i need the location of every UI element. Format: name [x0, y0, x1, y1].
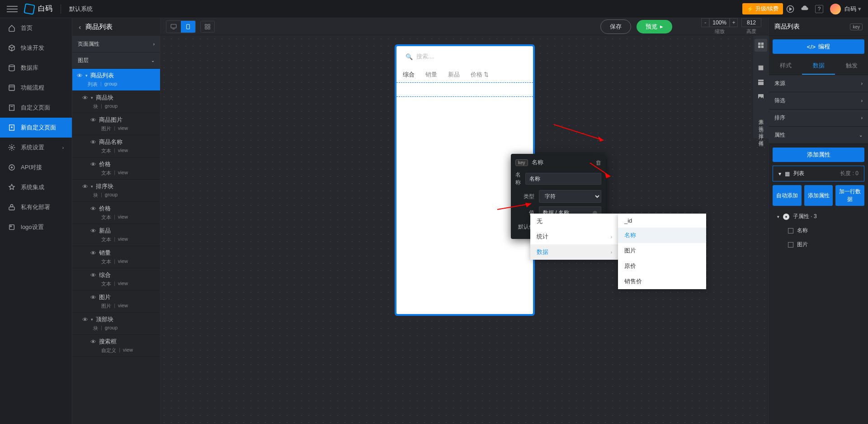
play-icon[interactable]	[783, 2, 797, 16]
name-input[interactable]	[525, 173, 601, 185]
height-value[interactable]: 812	[741, 18, 761, 27]
nav-item[interactable]: 功能流程	[0, 78, 72, 98]
sort-tab[interactable]: 综合	[403, 71, 415, 79]
help-icon[interactable]: ?	[812, 2, 826, 16]
add-attr-button[interactable]: 添加属性	[773, 148, 864, 162]
menu-item[interactable]: 数据›	[530, 244, 618, 260]
code-button[interactable]: </> 编程	[773, 39, 864, 54]
type-select[interactable]: 字符	[539, 190, 601, 203]
layer-item[interactable]: 👁图片图片|view	[72, 291, 160, 313]
upgrade-button[interactable]: ⚡ 升级/续费	[742, 3, 783, 14]
avatar[interactable]	[830, 4, 841, 14]
nav-item[interactable]: 系统集成	[0, 177, 72, 197]
layer-item[interactable]: 👁▾顶部块块|group	[72, 313, 160, 335]
delete-icon[interactable]: 🗑	[595, 159, 601, 166]
back-button[interactable]: ‹‹	[79, 24, 79, 31]
eye-icon[interactable]: 👁	[82, 316, 88, 323]
system-name[interactable]: 默认系统	[69, 5, 93, 13]
nav-item[interactable]: API对接	[0, 157, 72, 177]
layer-item[interactable]: 👁综合文本|view	[72, 268, 160, 291]
nav-item[interactable]: 系统设置›	[0, 138, 72, 157]
strip-label-sort[interactable]: 排序	[758, 129, 764, 131]
sub-attr-node[interactable]: ▾ ● 子属性 · 3	[769, 210, 868, 224]
mobile-icon[interactable]	[181, 21, 195, 33]
submenu-item[interactable]: 销售价	[618, 274, 706, 289]
layer-item[interactable]: 👁商品名称文本|view	[72, 135, 160, 157]
eye-icon[interactable]: 👁	[90, 338, 96, 345]
eye-icon[interactable]: 👁	[90, 205, 96, 212]
cloud-icon[interactable]	[797, 2, 812, 16]
auto-add-button[interactable]: 自动添加	[773, 185, 802, 206]
image-icon[interactable]	[755, 91, 767, 103]
zoom-out-button[interactable]: -	[701, 18, 709, 27]
layer-item[interactable]: 👁价格文本|view	[72, 157, 160, 180]
desktop-icon[interactable]	[166, 21, 181, 33]
child-image[interactable]: 图片	[769, 238, 868, 252]
section-sort[interactable]: 排序›	[769, 110, 868, 127]
sort-tab[interactable]: 价格 ⇅	[471, 71, 489, 79]
layer-item[interactable]: 👁搜索框自定义|view	[72, 335, 160, 357]
strip-label-filter[interactable]: 筛选	[758, 122, 764, 124]
add-attr-button-2[interactable]: 添加属性	[804, 185, 833, 206]
grid-icon[interactable]	[200, 21, 215, 33]
nav-item[interactable]: 自定义页面	[0, 98, 72, 118]
search-input[interactable]: 🔍 搜索....	[400, 50, 529, 63]
submenu-item[interactable]: 原价	[618, 258, 706, 274]
layer-item[interactable]: 👁▾排序块块|group	[72, 180, 160, 202]
key-badge[interactable]: key	[850, 24, 863, 30]
nav-item[interactable]: logo设置	[0, 217, 72, 237]
nav-item[interactable]: 新自定义页面	[0, 118, 72, 138]
eye-icon[interactable]: 👁	[90, 250, 96, 257]
chevron-down-icon[interactable]: ▾	[858, 5, 861, 12]
submenu-item[interactable]: _id	[618, 214, 706, 228]
eye-icon[interactable]: 👁	[90, 117, 96, 124]
eye-icon[interactable]: 👁	[90, 161, 96, 168]
menu-item[interactable]: 统计›	[530, 229, 618, 244]
zoom-value[interactable]: 100%	[709, 18, 730, 27]
submenu-item[interactable]: 名称	[618, 228, 706, 243]
eye-icon[interactable]: 👁	[90, 228, 96, 234]
layer-item[interactable]: 👁新品文本|view	[72, 224, 160, 246]
strip-label-source[interactable]: 来源	[758, 115, 764, 117]
sort-tab[interactable]: 新品	[448, 71, 460, 79]
nav-item[interactable]: 私有化部署	[0, 197, 72, 217]
sort-tab[interactable]: 销量	[425, 71, 437, 79]
layer-item[interactable]: 👁销量文本|view	[72, 246, 160, 268]
layer-item[interactable]: 👁▾商品块块|group	[72, 91, 160, 113]
layout-icon[interactable]	[755, 76, 767, 89]
menu-toggle-icon[interactable]	[7, 6, 18, 12]
eye-icon[interactable]: 👁	[90, 294, 96, 301]
section-source[interactable]: 来源›	[769, 75, 868, 92]
nav-item[interactable]: 快速开发	[0, 38, 72, 58]
tab-data[interactable]: 数据	[802, 57, 835, 75]
section-attr[interactable]: 属性⌄	[769, 127, 868, 144]
menu-item[interactable]: 无	[530, 214, 618, 229]
text-icon[interactable]	[755, 62, 767, 74]
tab-style[interactable]: 样式	[769, 57, 802, 75]
grid-icon[interactable]	[755, 39, 767, 52]
submenu-item[interactable]: 图片	[618, 243, 706, 258]
eye-icon[interactable]: 👁	[90, 272, 96, 279]
zoom-in-button[interactable]: +	[730, 18, 738, 27]
list-attr-row[interactable]: ▾ ▦ 列表 长度 : 0	[773, 166, 864, 181]
eye-icon[interactable]: 👁	[82, 95, 88, 101]
child-name[interactable]: 名称	[769, 224, 868, 238]
layer-item[interactable]: 👁商品图片图片|view	[72, 113, 160, 135]
eye-icon[interactable]: 👁	[77, 72, 83, 79]
nav-item[interactable]: 数据库	[0, 58, 72, 78]
preview-button[interactable]: 预览 ▸	[637, 20, 672, 33]
add-row-button[interactable]: 加一行数据	[835, 185, 864, 206]
strip-label-attr[interactable]: 属性	[758, 137, 764, 138]
eye-icon[interactable]: 👁	[82, 183, 88, 190]
section-layers[interactable]: 图层 ⌄	[72, 52, 160, 69]
save-button[interactable]: 保存	[600, 19, 631, 34]
nav-item[interactable]: 首页	[0, 18, 72, 38]
layer-item[interactable]: 👁价格文本|view	[72, 202, 160, 224]
section-filter[interactable]: 筛选›	[769, 92, 868, 110]
logo[interactable]: 白码	[24, 4, 52, 14]
layer-item[interactable]: 👁▾商品列表列表|group	[72, 69, 160, 91]
section-page-attr[interactable]: 页面属性 ›	[72, 36, 160, 52]
username[interactable]: 白码	[844, 5, 856, 13]
tab-trigger[interactable]: 触发	[835, 57, 868, 75]
eye-icon[interactable]: 👁	[90, 139, 96, 146]
